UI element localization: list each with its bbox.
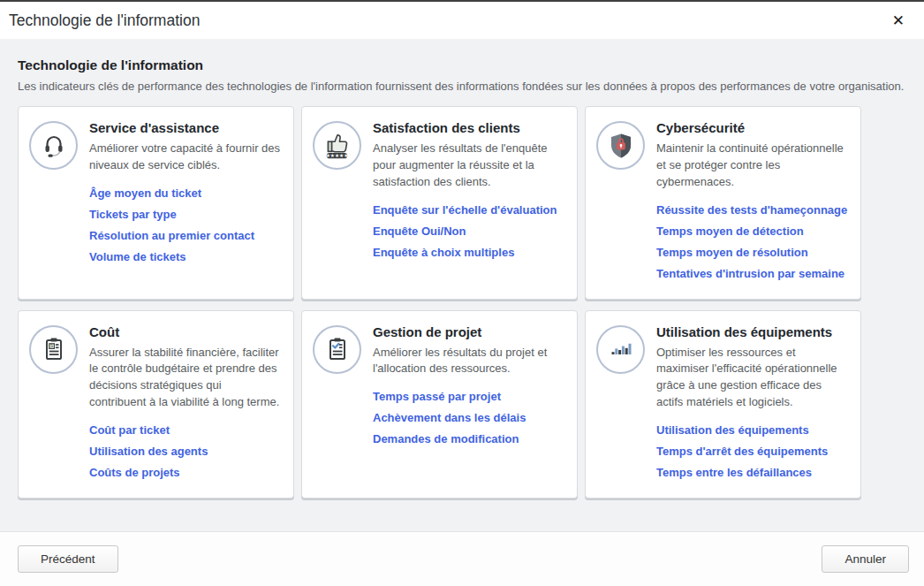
card-description: Analyser les résultats de l'enquête pour… bbox=[373, 141, 564, 191]
kpi-link[interactable]: Résolution au premier contact bbox=[89, 229, 254, 242]
previous-button[interactable]: Précédent bbox=[18, 545, 118, 573]
cost-clipboard-icon: $ bbox=[29, 325, 78, 374]
card-satisfaction-clients: ★★★★★ Satisfaction des clients Analyser … bbox=[301, 106, 578, 300]
kpi-link[interactable]: Coûts de projets bbox=[89, 466, 180, 479]
project-clipboard-icon bbox=[313, 325, 361, 374]
card-description: Optimiser les ressources et maximiser l'… bbox=[656, 345, 848, 411]
kpi-link[interactable]: Temps passé par projet bbox=[373, 390, 501, 403]
card-title: Gestion de projet bbox=[373, 324, 564, 339]
bar-chart-icon bbox=[596, 325, 645, 374]
kpi-link[interactable]: Réussite des tests d'hameçonnage bbox=[656, 203, 847, 217]
card-service-assistance: Service d'assistance Améliorer votre cap… bbox=[18, 106, 294, 300]
card-title: Coût bbox=[89, 324, 281, 339]
headset-icon bbox=[29, 121, 78, 170]
dialog-title: Technologie de l'information bbox=[9, 11, 200, 30]
card-title: Satisfaction des clients bbox=[373, 120, 564, 135]
card-description: Améliorer les résultats du projet et l'a… bbox=[373, 345, 564, 378]
kpi-link[interactable]: Enquête sur l'échelle d'évaluation bbox=[373, 203, 557, 217]
kpi-link[interactable]: Temps moyen de détection bbox=[656, 225, 804, 238]
kpi-link[interactable]: Enquête à choix multiples bbox=[373, 246, 514, 259]
kpi-link[interactable]: Temps entre les défaillances bbox=[656, 466, 812, 479]
kpi-link[interactable]: Achèvement dans les délais bbox=[373, 411, 526, 424]
card-description: Améliorer votre capacité à fournir des n… bbox=[89, 141, 281, 174]
kpi-link[interactable]: Tentatives d'intrusion par semaine bbox=[656, 267, 844, 280]
card-gestion-projet: Gestion de projet Améliorer les résultat… bbox=[301, 310, 578, 498]
dialog-footer: Précédent Annuler bbox=[0, 531, 924, 586]
kpi-link[interactable]: Enquête Oui/Non bbox=[373, 225, 466, 238]
close-icon[interactable]: ✕ bbox=[887, 10, 910, 32]
card-cybersecurite: Cybersécurité Maintenir la continuité op… bbox=[585, 106, 861, 300]
kpi-link[interactable]: Âge moyen du ticket bbox=[89, 186, 201, 200]
shield-lock-icon bbox=[596, 121, 645, 170]
card-description: Assurer la stabilité financière, facilit… bbox=[89, 345, 281, 411]
kpi-link[interactable]: Volume de tickets bbox=[89, 250, 186, 263]
kpi-cards-grid: Service d'assistance Améliorer votre cap… bbox=[18, 106, 906, 498]
card-title: Service d'assistance bbox=[89, 120, 281, 135]
card-cout: $ Coût Assurer la stabilité financière, … bbox=[18, 310, 294, 498]
kpi-link[interactable]: Temps d'arrêt des équipements bbox=[656, 445, 828, 458]
card-title: Utilisation des équipements bbox=[656, 324, 848, 339]
cancel-button[interactable]: Annuler bbox=[822, 545, 909, 573]
dialog-body: Technologie de l'information Les indicat… bbox=[0, 39, 924, 531]
dialog-header: Technologie de l'information ✕ bbox=[0, 2, 924, 39]
kpi-link[interactable]: Tickets par type bbox=[89, 208, 177, 221]
card-title: Cybersécurité bbox=[656, 120, 848, 135]
card-description: Maintenir la continuité opérationnelle e… bbox=[656, 141, 848, 191]
thumbs-up-rating-icon: ★★★★★ bbox=[313, 121, 361, 170]
svg-text:★★★★★: ★★★★★ bbox=[325, 152, 348, 157]
kpi-link[interactable]: Temps moyen de résolution bbox=[656, 246, 808, 259]
section-description: Les indicateurs clés de performance des … bbox=[18, 80, 906, 93]
kpi-link[interactable]: Coût par ticket bbox=[89, 423, 170, 437]
kpi-link[interactable]: Utilisation des agents bbox=[89, 445, 208, 458]
section-title: Technologie de l'information bbox=[18, 57, 906, 73]
card-utilisation-equipements: Utilisation des équipements Optimiser le… bbox=[585, 310, 861, 498]
it-kpi-dialog: Technologie de l'information ✕ Technolog… bbox=[0, 0, 924, 586]
kpi-link[interactable]: Utilisation des équipements bbox=[656, 423, 809, 437]
kpi-link[interactable]: Demandes de modification bbox=[373, 432, 519, 445]
